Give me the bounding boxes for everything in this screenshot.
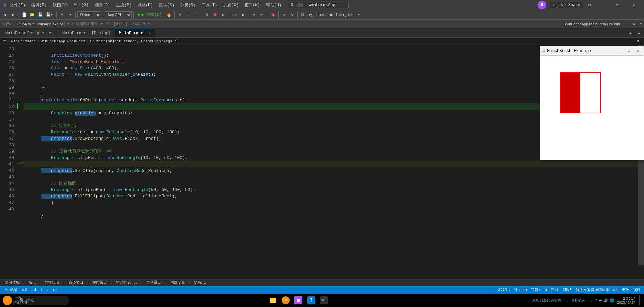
menu-project[interactable]: 项目(P) xyxy=(93,2,112,9)
cpu-dropdown[interactable]: Any CPU xyxy=(105,11,132,18)
taskbar-app-5[interactable]: >_ xyxy=(318,295,330,306)
toolbar-step-in[interactable]: ⬇ xyxy=(184,11,192,19)
tray-volume[interactable]: 🔊 xyxy=(604,298,608,303)
status-options[interactable]: ⚙ xyxy=(51,286,58,294)
debug-breakpoints[interactable]: 断点 xyxy=(27,280,38,285)
user-avatar[interactable]: R xyxy=(538,1,546,9)
taskbar-ie[interactable]: e xyxy=(280,295,291,306)
toolbar-debug-5[interactable]: ⊳ xyxy=(280,11,288,19)
status-errors[interactable]: ✕ 0 xyxy=(20,286,29,294)
toolbar-stop[interactable]: ⏹ xyxy=(212,11,219,19)
tab-add[interactable]: + xyxy=(627,30,634,37)
taskbar-vs[interactable]: ⊞ xyxy=(293,295,304,306)
app-insights-icon[interactable]: ⧉ xyxy=(299,11,307,19)
app-insights-label[interactable]: Application Insights xyxy=(308,13,355,17)
tray-expand[interactable]: ∧ xyxy=(595,298,597,302)
breadcrumb-file[interactable]: WinFormsApp.MainForm xyxy=(41,39,85,43)
menu-debug[interactable]: 调试(D) xyxy=(136,2,155,9)
menu-tools[interactable]: 工具(T) xyxy=(200,2,219,9)
debug-exceptions[interactable]: 异常设置 xyxy=(43,280,62,285)
toolbar-debug-2[interactable]: ◼ xyxy=(239,11,246,19)
menu-window[interactable]: 窗口(W) xyxy=(243,2,262,9)
clock-area[interactable]: 10:17 2023/9/27 xyxy=(617,296,635,305)
tab-main-close[interactable]: ✕ xyxy=(148,31,151,36)
menu-edit[interactable]: 编辑(E) xyxy=(29,2,49,9)
toolbar-debug-1[interactable]: ◻ xyxy=(231,11,238,19)
tab-options[interactable]: ≡ xyxy=(635,30,643,37)
status-nav-up[interactable]: ↑ xyxy=(38,286,45,294)
status-solution-manager[interactable]: 解决方案资源管理器 xyxy=(574,286,611,294)
debug-watch[interactable]: 监视 1 xyxy=(192,280,208,285)
toolbar-undo[interactable]: ↩ xyxy=(58,11,66,19)
live-share-button[interactable]: ⚡ Live Share xyxy=(550,2,583,8)
process-dropdown[interactable]: [37124] WinFormsApp.exe xyxy=(13,21,65,27)
preview-minimize[interactable]: — xyxy=(617,48,623,54)
toolbar-bookmark[interactable]: 🔖 xyxy=(269,11,277,19)
menu-test[interactable]: 测试(S) xyxy=(157,2,177,9)
run-button[interactable]: ▶ ▶ 继续(C) xyxy=(135,11,165,19)
preview-close[interactable]: ✕ xyxy=(634,48,641,54)
menu-git[interactable]: Git(G) xyxy=(72,2,91,8)
location-expand[interactable]: ▼ xyxy=(640,22,642,26)
taskbar-explorer[interactable] xyxy=(267,295,279,306)
minimize-button[interactable]: — xyxy=(594,0,609,10)
menu-analyze[interactable]: 分析(N) xyxy=(178,2,198,9)
taskbar-select-repo[interactable]: 选择仓库... xyxy=(571,298,593,303)
tray-network[interactable]: 🌐 xyxy=(610,298,614,303)
taskbar-add-source[interactable]: ↑ 添加到源代码管理... xyxy=(528,298,568,303)
menu-extensions[interactable]: 扩展(X) xyxy=(221,2,241,9)
breadcrumb-project-label[interactable]: WinFormsApp xyxy=(11,39,36,43)
status-git[interactable]: ⎇ 就绪 xyxy=(1,286,20,294)
toolbar-redo[interactable]: ↪ xyxy=(66,11,74,19)
toolbar-open[interactable]: 📂 xyxy=(29,11,36,19)
toolbar-save[interactable]: 💾 xyxy=(37,11,44,19)
toolbar-step-over[interactable]: ⬆ xyxy=(192,11,200,19)
breadcrumb-project[interactable]: 🗁 xyxy=(3,39,6,43)
show-desktop[interactable] xyxy=(639,295,641,305)
restore-button[interactable]: ❐ xyxy=(610,0,625,10)
breadcrumb-method[interactable]: OnPaint(object sender, PaintEventArgs e) xyxy=(90,39,179,43)
toolbar-save-all[interactable]: 💾+ xyxy=(45,11,55,19)
menu-view[interactable]: 视图(V) xyxy=(51,2,70,9)
close-button[interactable]: ✕ xyxy=(626,0,641,10)
toolbar-pause[interactable]: ⏸ xyxy=(204,11,211,19)
debug-errorlist[interactable]: 错误列表... xyxy=(114,280,140,285)
tray-lang[interactable]: 英 xyxy=(599,298,602,303)
menu-file[interactable]: 文件(F) xyxy=(8,2,28,9)
tab-main[interactable]: MainForm.cs ✕ xyxy=(115,29,155,37)
status-warnings[interactable]: ⚠ 1 xyxy=(29,286,38,294)
debug-auto[interactable]: 自动窗口 xyxy=(144,280,163,285)
app-insights-dropdown[interactable]: ▾ xyxy=(355,11,363,19)
debug-callstack[interactable]: 调用堆栈 xyxy=(3,280,22,285)
status-git-changes[interactable]: Git 更改 xyxy=(611,286,631,294)
tab-design[interactable]: MainForm.cs [Design] xyxy=(58,29,115,37)
toolbar-fire[interactable]: 🔥 xyxy=(165,11,173,19)
toolbar-step-box[interactable]: ⊞ xyxy=(176,11,184,19)
status-properties[interactable]: 属性 xyxy=(631,286,643,294)
tab-designer[interactable]: MainForm.Designer.cs xyxy=(1,29,58,37)
toolbar-restart[interactable]: ↺ xyxy=(220,11,227,19)
toolbar-new[interactable]: 📄 xyxy=(21,11,28,19)
status-spaces[interactable]: 空格 xyxy=(549,286,561,294)
toolbar-forward[interactable]: ▶ xyxy=(9,11,17,19)
taskbar-app-4[interactable]: T xyxy=(306,295,317,306)
toolbar-debug-4[interactable]: ⇤ xyxy=(258,11,265,19)
menu-build[interactable]: 生成(B) xyxy=(114,2,134,9)
location-dropdown[interactable]: WinFormsApp.MainForm.OnPaint xyxy=(563,21,637,27)
weather-widget[interactable]: ☀ 29°C 大部晴朗 xyxy=(0,294,30,307)
toolbar-back[interactable]: ◀ xyxy=(1,11,9,19)
menu-help[interactable]: 帮助(H) xyxy=(264,2,284,9)
toolbar-debug-3[interactable]: ⇥ xyxy=(250,11,257,19)
status-col[interactable]: 字符: 13 xyxy=(529,286,549,294)
breadcrumb-split[interactable]: ⊟ xyxy=(634,38,641,45)
toolbar-debug-6[interactable]: ⊲ xyxy=(288,11,296,19)
debug-command[interactable]: 命令窗口 xyxy=(67,280,85,285)
debug-mode-dropdown[interactable]: Debug xyxy=(77,11,101,18)
status-nav-down[interactable]: ↓ xyxy=(45,286,51,294)
debug-locals[interactable]: 局部变量 xyxy=(168,280,187,285)
preview-maximize[interactable]: □ xyxy=(625,48,632,54)
extensions-icon[interactable]: ⚙ xyxy=(586,3,593,8)
status-zoom[interactable]: 152% ⊙ xyxy=(496,286,512,294)
status-row[interactable]: 行: 40 xyxy=(512,286,529,294)
debug-immediate[interactable]: 即时窗口 xyxy=(90,280,109,285)
